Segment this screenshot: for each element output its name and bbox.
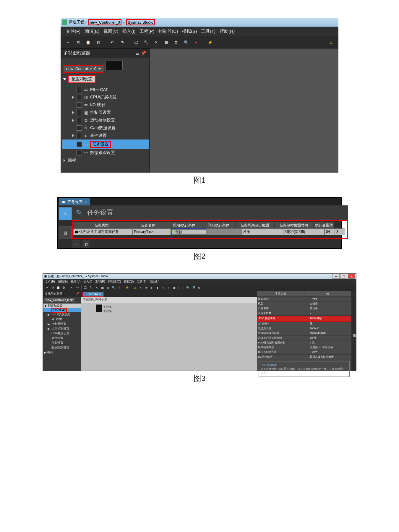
editor-area — [150, 48, 338, 173]
undo-icon[interactable]: ↶ — [69, 285, 74, 290]
expand-icon[interactable] — [63, 78, 66, 80]
tab-task-settings[interactable]: 🖿 任务设置 × — [59, 198, 90, 205]
tree-item[interactable]: 任务设置 — [43, 340, 81, 345]
tree-item[interactable]: I/O 映射 — [43, 317, 81, 322]
tree-item[interactable]: ▥CPU/扩展机架 — [62, 93, 149, 101]
toolbox-tab[interactable]: 工具箱 — [351, 291, 356, 371]
network-canvas[interactable]: 主设备 主设备 — [81, 303, 257, 371]
copy-icon[interactable]: ⧉ — [74, 38, 82, 47]
node-icon: ▸ — [84, 133, 88, 138]
delete-icon[interactable]: 🗑 — [61, 285, 66, 290]
menu-file[interactable]: 文件(F) — [66, 29, 80, 34]
cell-detail — [206, 228, 242, 235]
cell-type[interactable]: 🖿 优先级-4 主固定周期任务 — [73, 228, 132, 235]
add-button[interactable]: ＋ — [72, 240, 80, 248]
property-row[interactable]: 参考时钟无 — [257, 322, 351, 326]
tree-item[interactable]: ▸事件设置 — [62, 132, 149, 140]
undo-icon[interactable]: ↶ — [108, 38, 116, 47]
tool-icon[interactable]: 🖵 — [132, 38, 140, 47]
property-row[interactable]: DC同步修正禁用从设备监控选项 — [257, 355, 351, 359]
property-row[interactable]: 电缆总长度1000 米 — [257, 326, 351, 331]
cell-over-dropdown[interactable]: 检测 — [242, 228, 283, 235]
tree-item[interactable]: ▭任务设置 — [62, 140, 149, 149]
col-period: 周期/执行条件 — [166, 222, 202, 228]
edit-button[interactable]: ✎ — [59, 207, 72, 220]
build-icon[interactable]: 🔨 — [142, 38, 150, 47]
multiview-browser: 多视图浏览器📌 new_Controller_0 ▼ 配置和设置 EtherCA… — [43, 291, 81, 371]
property-row[interactable]: 版本检测方法设置值 <= 实际设备 — [257, 345, 351, 350]
menu-insert[interactable]: 插入(I) — [122, 29, 135, 34]
cell-v1[interactable]: 04 — [325, 228, 335, 235]
tree-item[interactable]: 喆EtherCAT — [62, 86, 149, 93]
pin-icon[interactable]: ⬓ 📌 — [135, 51, 146, 56]
menu-controller[interactable]: 控制器(C) — [158, 29, 178, 34]
property-row[interactable]: 故障弱化操作设置故障弱化操作 — [257, 331, 351, 336]
editor: EtherCAT × 节点地址|网络设置 主设备 主设备 — [81, 291, 257, 371]
property-row[interactable]: 从设备数量0 — [257, 311, 351, 316]
cut-icon[interactable]: ✂ — [64, 38, 72, 47]
paste-icon[interactable]: 📋 — [56, 285, 61, 290]
maximize-button[interactable]: □ — [340, 274, 347, 279]
menu-simulate[interactable]: 模拟(S) — [182, 29, 197, 34]
menu-help[interactable]: 帮助(H) — [220, 29, 235, 34]
property-row[interactable]: 机型主设备 — [257, 301, 351, 306]
property-row[interactable]: 从设备启动等待时间30 秒 — [257, 336, 351, 340]
panel-title: 多视图浏览器 ⬓ 📌 — [61, 48, 149, 58]
warn-icon[interactable]: ⚠ — [327, 38, 335, 47]
tree-item[interactable]: ✿运动控制设置 — [62, 116, 149, 124]
cell-v2[interactable]: 3 — [335, 228, 345, 235]
tree-item[interactable]: ▣控制器设置 — [62, 109, 149, 116]
master-device-icon[interactable] — [96, 304, 102, 312]
tool2-icon[interactable]: ✕ — [152, 38, 160, 47]
minimize-button[interactable]: — — [332, 274, 340, 279]
left-toolbar: ✎ ▤ — [58, 205, 72, 248]
tree-item[interactable]: ✎Cam数据设置 — [62, 124, 149, 132]
property-row[interactable]: PDO通信超时检测次数2 次 — [257, 340, 351, 345]
program-node[interactable]: ▶ 编程 — [43, 350, 81, 355]
checkbox-icon — [77, 150, 82, 155]
program-node[interactable]: 编程 — [61, 157, 149, 164]
redo-icon[interactable]: ↷ — [75, 285, 80, 290]
cell-timeout-dropdown[interactable]: 5毫秒(周期5) — [283, 228, 325, 235]
chevron-down-icon — [279, 231, 282, 233]
cell-name[interactable]: PrimaryTask — [132, 228, 171, 235]
cut-icon[interactable]: ✂ — [45, 285, 49, 290]
tree-item[interactable]: EtherCAT — [43, 308, 81, 312]
alert-icon[interactable]: ● — [192, 38, 201, 47]
controller-select[interactable]: new_Controller_0 — [64, 66, 103, 72]
tree-item[interactable]: 数据跟踪设置 — [43, 345, 81, 350]
menu-edit[interactable]: 编辑(E) — [85, 29, 99, 34]
tab-ethercat[interactable]: EtherCAT × — [83, 292, 103, 296]
tree-item[interactable]: ▶运动控制设置 — [43, 326, 81, 331]
cell-period-dropdown[interactable]: 1毫秒 — [172, 229, 208, 235]
tree-item[interactable]: 〰数据跟踪设置 — [62, 149, 149, 157]
tool3-icon[interactable]: ▦ — [162, 38, 171, 47]
property-row[interactable]: PDO通信周期1000 微秒 — [257, 316, 351, 322]
find-icon[interactable]: 🔍 — [182, 38, 191, 47]
tree-item[interactable]: ▶控制器设置 — [43, 322, 81, 326]
tree-item[interactable]: ⇄I/O 映射 — [62, 101, 149, 109]
property-row[interactable]: 串口号检测方法不检查 — [257, 350, 351, 355]
property-row[interactable]: 设备名称主设备 — [257, 297, 351, 301]
close-icon[interactable]: × — [85, 200, 87, 204]
property-row[interactable]: 产品名称主设备 — [257, 306, 351, 311]
app-icon — [62, 20, 67, 25]
menu-view[interactable]: 视图(V) — [103, 29, 118, 34]
tree-item[interactable]: ▶CPU/扩展机架 — [43, 312, 81, 317]
tree-item[interactable]: 事件设置 — [43, 336, 81, 340]
tool4-icon[interactable]: ⚙ — [172, 38, 181, 47]
controller-select[interactable]: new_Controller_0 — [44, 298, 75, 302]
redo-icon[interactable]: ↷ — [118, 38, 126, 47]
list-button[interactable]: ▤ — [59, 226, 72, 239]
tool5-icon[interactable]: ⚡ — [206, 38, 215, 47]
tree-item[interactable]: Cam数据设置 — [43, 331, 81, 336]
config-node[interactable]: 配置和设置 — [69, 76, 95, 82]
paste-icon[interactable]: 📋 — [84, 38, 93, 47]
menu-tools[interactable]: 工具(T) — [201, 29, 215, 34]
pin-icon[interactable]: 📌 — [76, 292, 80, 296]
delete-icon[interactable]: 🗑 — [94, 38, 103, 47]
close-button[interactable]: ✕ — [348, 274, 355, 279]
remove-button[interactable]: 🗑 — [82, 240, 90, 248]
menu-project[interactable]: 工程(P) — [140, 29, 154, 34]
copy-icon[interactable]: ⧉ — [50, 285, 55, 290]
